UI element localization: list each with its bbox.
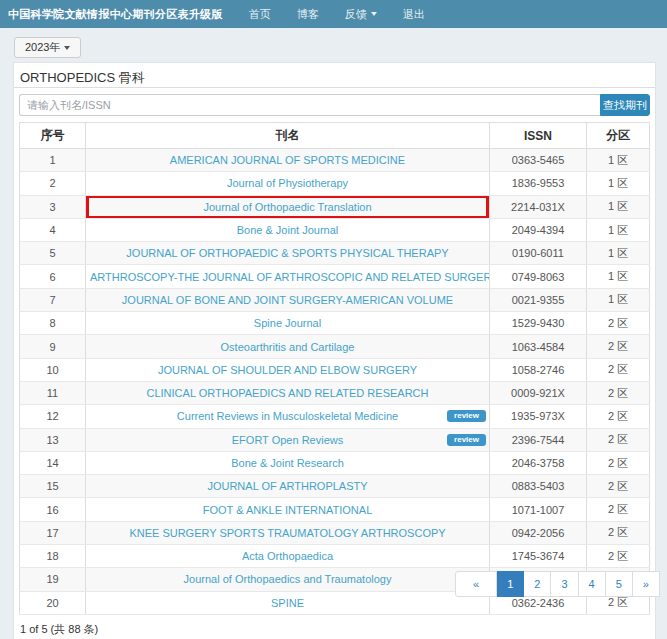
pagination-prev-button[interactable]: « [455,571,497,597]
journal-name-link[interactable]: EFORT Open Reviewsreview [86,428,490,451]
year-dropdown-button[interactable]: 2023年 [14,37,81,58]
journal-number: 11 [20,381,86,404]
journal-partition: 1 区 [587,288,650,311]
table-row: 7JOURNAL OF BONE AND JOINT SURGERY-AMERI… [20,288,650,311]
pagination-page-3[interactable]: 3 [551,571,578,597]
year-dropdown-label: 2023年 [25,40,60,55]
journal-partition: 2 区 [587,521,650,544]
journal-name-link[interactable]: JOURNAL OF ORTHOPAEDIC & SPORTS PHYSICAL… [86,242,490,265]
journal-partition: 2 区 [587,405,650,428]
journal-name-link[interactable]: SPINE [86,591,490,614]
result-count: 1 of 5 (共 88 条) [20,622,649,637]
pagination-page-1[interactable]: 1 [497,571,524,597]
app-title: 中国科学院文献情报中心期刊分区表升级版 [8,7,223,22]
table-row: 12Current Reviews in Musculoskeletal Med… [20,405,650,428]
journal-name-link[interactable]: FOOT & ANKLE INTERNATIONAL [86,498,490,521]
journal-number: 6 [20,265,86,288]
journal-partition: 1 区 [587,195,650,218]
journal-name-link-highlighted[interactable]: Journal of Orthopaedic Translation [86,195,490,218]
journal-partition: 2 区 [587,312,650,335]
table-header-row: 序号 刊名 ISSN 分区 [20,123,650,149]
journal-issn: 0749-8063 [490,265,587,288]
journal-partition: 1 区 [587,218,650,241]
pagination-page-5[interactable]: 5 [606,571,633,597]
caret-down-icon [64,46,70,50]
table-row: 15JOURNAL OF ARTHROPLASTY0883-54032 区 [20,475,650,498]
nav-item-2[interactable]: 反馈 [332,7,390,22]
journal-name-link[interactable]: JOURNAL OF SHOULDER AND ELBOW SURGERY [86,358,490,381]
journal-name-link[interactable]: AMERICAN JOURNAL OF SPORTS MEDICINE [86,149,490,172]
review-badge: review [447,410,486,422]
journal-name-link[interactable]: Osteoarthritis and Cartilage [86,335,490,358]
journal-name-link[interactable]: Bone & Joint Journal [86,218,490,241]
journal-number: 13 [20,428,86,451]
journal-number: 19 [20,568,86,591]
journal-name-link[interactable]: CLINICAL ORTHOPAEDICS AND RELATED RESEAR… [86,381,490,404]
nav-item-1[interactable]: 博客 [284,7,332,22]
pagination-page-4[interactable]: 4 [579,571,606,597]
journal-issn: 1836-9553 [490,172,587,195]
journal-list-panel: ORTHOPEDICS 骨科 查找期刊 序号 刊名 ISSN 分区 1AMERI… [13,62,656,639]
journal-name-link[interactable]: ARTHROSCOPY-THE JOURNAL OF ARTHROSCOPIC … [86,265,490,288]
top-navbar: 中国科学院文献情报中心期刊分区表升级版 首页博客反馈退出 [0,0,667,28]
journal-issn: 0942-2056 [490,521,587,544]
table-row: 10JOURNAL OF SHOULDER AND ELBOW SURGERY1… [20,358,650,381]
pagination-next-button[interactable]: » [633,571,660,597]
journal-number: 5 [20,242,86,265]
table-row: 11CLINICAL ORTHOPAEDICS AND RELATED RESE… [20,381,650,404]
pagination-page-2[interactable]: 2 [524,571,551,597]
journal-issn: 0009-921X [490,381,587,404]
nav-item-3[interactable]: 退出 [390,7,438,22]
journal-number: 4 [20,218,86,241]
table-row: 2Journal of Physiotherapy1836-95531 区 [20,172,650,195]
pagination: «12345» [455,571,660,597]
journal-name-link[interactable]: Spine Journal [86,312,490,335]
table-row: 18Acta Orthopaedica1745-36742 区 [20,545,650,568]
journal-issn: 0190-6011 [490,242,587,265]
journal-issn: 1071-1007 [490,498,587,521]
journal-name-link[interactable]: JOURNAL OF ARTHROPLASTY [86,475,490,498]
journal-issn: 0883-5403 [490,475,587,498]
journal-name-link[interactable]: Acta Orthopaedica [86,545,490,568]
table-row: 3Journal of Orthopaedic Translation2214-… [20,195,650,218]
table-row: 5JOURNAL OF ORTHOPAEDIC & SPORTS PHYSICA… [20,242,650,265]
journal-name-link[interactable]: Journal of Orthopaedics and Traumatology [86,568,490,591]
journal-number: 7 [20,288,86,311]
journal-partition: 1 区 [587,172,650,195]
journal-name-link[interactable]: JOURNAL OF BONE AND JOINT SURGERY-AMERIC… [86,288,490,311]
highlight-rectangle [86,195,490,218]
journal-issn: 2396-7544 [490,428,587,451]
column-header-partition: 分区 [587,123,650,149]
journal-partition: 2 区 [587,498,650,521]
journal-issn: 1935-973X [490,405,587,428]
journal-issn: 1058-2746 [490,358,587,381]
journal-issn: 0021-9355 [490,288,587,311]
column-header-issn: ISSN [490,123,587,149]
journal-number: 14 [20,451,86,474]
journal-name-link[interactable]: Journal of Physiotherapy [86,172,490,195]
journal-name-link[interactable]: Bone & Joint Research [86,451,490,474]
table-row: 9Osteoarthritis and Cartilage1063-45842 … [20,335,650,358]
journal-number: 10 [20,358,86,381]
search-input[interactable] [19,94,600,116]
journal-number: 1 [20,149,86,172]
category-title: ORTHOPEDICS 骨科 [14,63,655,88]
table-row: 1AMERICAN JOURNAL OF SPORTS MEDICINE0363… [20,149,650,172]
journal-partition: 2 区 [587,545,650,568]
journal-partition: 2 区 [587,381,650,404]
column-header-number: 序号 [20,123,86,149]
nav-item-0[interactable]: 首页 [236,7,284,22]
journal-number: 18 [20,545,86,568]
journal-name-link[interactable]: KNEE SURGERY SPORTS TRAUMATOLOGY ARTHROS… [86,521,490,544]
search-journal-button[interactable]: 查找期刊 [600,94,650,116]
table-row: 6ARTHROSCOPY-THE JOURNAL OF ARTHROSCOPIC… [20,265,650,288]
journal-name-link[interactable]: Current Reviews in Musculoskeletal Medic… [86,405,490,428]
column-header-name: 刊名 [86,123,490,149]
table-row: 4Bone & Joint Journal2049-43941 区 [20,218,650,241]
journal-issn: 2214-031X [490,195,587,218]
journal-number: 2 [20,172,86,195]
journal-issn: 0363-5465 [490,149,587,172]
journal-number: 12 [20,405,86,428]
journal-partition: 1 区 [587,149,650,172]
journal-number: 20 [20,591,86,614]
